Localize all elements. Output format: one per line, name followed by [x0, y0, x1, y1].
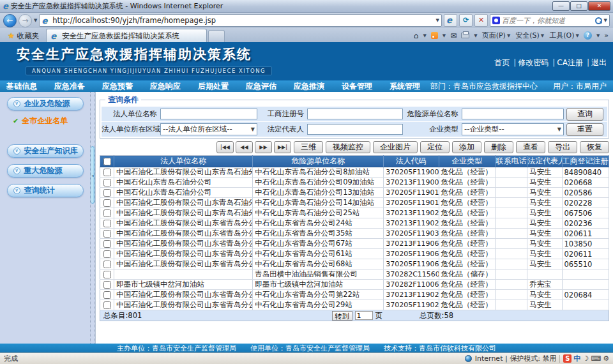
address-dropdown-icon[interactable]: ▼	[436, 18, 439, 23]
hazard-name-input[interactable]	[462, 109, 564, 119]
row-checkbox[interactable]	[103, 291, 111, 299]
wrench-icon[interactable]: ⚙	[603, 354, 609, 363]
keyboard-icon[interactable]: ⌨	[591, 354, 601, 363]
table-row[interactable]: 中国石油化工股份有限公司山东省青岛分公司 中石化山东省青岛分公司24站 3702…	[100, 218, 609, 229]
print-dropdown-icon[interactable]: ▼	[474, 33, 477, 38]
pager-nav-button[interactable]: ▶▶|	[274, 141, 291, 153]
nav-item[interactable]: 应急预警	[102, 81, 133, 92]
header-link[interactable]: 首页	[494, 57, 510, 68]
sidebar-section-major-hazards[interactable]: ∨ 重大危险源	[7, 164, 84, 178]
row-checkbox[interactable]	[103, 261, 111, 268]
row-checkbox-cell[interactable]	[100, 239, 114, 249]
reg-no-input[interactable]	[307, 109, 403, 119]
active-tab[interactable]: e 安全生产应急救援指挥辅助决策系统	[46, 29, 207, 42]
row-checkbox[interactable]	[103, 301, 111, 309]
pager-nav-button[interactable]: ▶▶	[255, 141, 272, 153]
nav-item[interactable]: 设备管理	[342, 81, 372, 92]
column-header[interactable]: 工商登记注册号	[562, 156, 609, 167]
browser-menu-item[interactable]: 安全(S)▼	[515, 31, 544, 40]
column-header[interactable]: 危险源单位名称	[253, 156, 384, 167]
row-checkbox[interactable]	[103, 220, 111, 227]
toolbar-action-button[interactable]: 查看	[516, 141, 545, 153]
overflow-chevron-icon[interactable]: »	[604, 31, 609, 40]
sidebar-item-citywide-enterprise-list[interactable]: ✔ 全市企业名单	[13, 116, 90, 126]
table-row[interactable]: 中国石油化工股份有限公司山东青岛石油分公司 中石化山东青岛石油分公司25站 37…	[100, 208, 609, 218]
search-dropdown-icon[interactable]: ▼	[604, 18, 607, 23]
favorites-button[interactable]: ★ 收藏夹	[2, 29, 45, 42]
row-checkbox[interactable]	[103, 199, 111, 207]
row-checkbox-cell[interactable]	[100, 249, 114, 259]
new-tab-button[interactable]	[208, 30, 225, 42]
toolbar-action-button[interactable]: 定位	[420, 141, 450, 153]
nav-item[interactable]: 应急评估	[246, 81, 276, 92]
sidebar-section-enterprise-hazard[interactable]: ∨ 企业及危险源	[7, 97, 84, 110]
home-icon[interactable]: ⌂	[414, 31, 419, 40]
close-button[interactable]: ✕	[588, 1, 610, 11]
search-input[interactable]	[502, 17, 593, 25]
header-link[interactable]: CA注册	[549, 57, 583, 68]
region-select[interactable]: --法人单位所在区域-- ▼	[160, 123, 257, 135]
help-dropdown-icon[interactable]: ▼	[596, 33, 600, 38]
mail-icon[interactable]: ✉	[450, 31, 457, 40]
print-icon[interactable]	[461, 33, 469, 38]
history-dropdown-icon[interactable]: ▼	[34, 18, 37, 23]
back-button[interactable]: ←	[3, 14, 17, 27]
nav-item[interactable]: 应急响应	[150, 81, 181, 92]
row-checkbox-cell[interactable]	[100, 269, 114, 280]
help-icon[interactable]: ?	[584, 31, 592, 40]
address-bar[interactable]: e ▼	[39, 14, 442, 27]
row-checkbox-cell[interactable]	[100, 259, 114, 269]
page-number-input[interactable]	[355, 311, 373, 320]
forward-button[interactable]: →	[19, 14, 32, 27]
row-checkbox[interactable]	[103, 230, 111, 238]
goto-page-button[interactable]: 转到	[332, 311, 352, 321]
chinese-mode-icon[interactable]: 中	[573, 354, 580, 363]
row-checkbox[interactable]	[103, 271, 111, 278]
search-box[interactable]: ▼	[490, 14, 610, 27]
nav-item[interactable]: 基础信息	[6, 81, 37, 92]
splitter[interactable]: ◂	[90, 92, 95, 344]
table-row[interactable]: 中国石油化工股份有限公司山东省青岛分公司 中石化山东省青岛分公司29站 3702…	[100, 300, 609, 310]
pager-nav-button[interactable]: ◀◀	[236, 141, 253, 153]
toolbar-action-button[interactable]: 导出	[548, 141, 577, 153]
row-checkbox[interactable]	[103, 281, 111, 289]
legal-rep-input[interactable]	[307, 124, 403, 135]
moon-icon[interactable]: ☽	[582, 354, 589, 363]
row-checkbox-cell[interactable]	[100, 178, 114, 188]
browser-menu-item[interactable]: 工具(O)▼	[549, 31, 579, 40]
toolbar-action-button[interactable]: 添加	[452, 141, 481, 153]
toolbar-action-button[interactable]: 恢复	[580, 141, 609, 153]
reset-button[interactable]: 重置	[566, 123, 603, 136]
url-input[interactable]	[52, 16, 433, 25]
stop-button[interactable]: ✕	[474, 14, 488, 27]
row-checkbox-cell[interactable]	[100, 280, 114, 290]
toolbar-action-button[interactable]: 企业图片	[373, 141, 418, 153]
toolbar-action-button[interactable]: 删除	[484, 141, 513, 153]
enterprise-type-select[interactable]: --企业类型-- ▼	[462, 123, 564, 135]
browser-menu-item[interactable]: 页面(P)▼	[482, 31, 511, 40]
select-all-cell[interactable]	[100, 156, 114, 167]
feeds-dropdown-icon[interactable]: ▼	[443, 33, 446, 38]
row-checkbox[interactable]	[103, 169, 111, 176]
row-checkbox[interactable]	[103, 250, 111, 258]
sidebar-section-query-statistics[interactable]: ∨ 查询统计	[7, 184, 84, 197]
compatibility-view-button[interactable]: e	[444, 14, 457, 27]
toolbar-action-button[interactable]: 三维	[294, 141, 323, 153]
table-row[interactable]: 中国石油化工股份有限公司山东省青岛分公司 中石化山东省青岛分公司68站 3702…	[100, 259, 609, 269]
table-row[interactable]: 中国石油化工股份有限公司山东青岛石油分公司 中石化山东青岛石油分公司8加油站 3…	[100, 167, 609, 178]
header-link[interactable]: 退出	[583, 57, 607, 68]
minimize-button[interactable]: —	[552, 1, 570, 11]
row-checkbox[interactable]	[103, 209, 111, 217]
row-checkbox-cell[interactable]	[100, 198, 114, 208]
nav-item[interactable]: 后期处置	[198, 81, 229, 92]
header-link[interactable]: 修改密码	[510, 57, 549, 68]
table-row[interactable]: 青岛田横中油油品销售有限公司 370282C115602 危化品（储存）	[100, 269, 609, 280]
table-row[interactable]: 中国石化山东青岛石油分公司 中石化山东青岛石油分公司13加油站 370205F1…	[100, 188, 609, 198]
row-checkbox[interactable]	[103, 189, 111, 197]
row-checkbox-cell[interactable]	[100, 300, 114, 310]
collapse-handle[interactable]: ◂	[91, 146, 95, 204]
column-header[interactable]: 法定代表人	[527, 156, 562, 167]
legal-name-input[interactable]	[160, 109, 257, 119]
pager-nav-button[interactable]: |◀◀	[216, 141, 234, 153]
row-checkbox-cell[interactable]	[100, 290, 114, 300]
